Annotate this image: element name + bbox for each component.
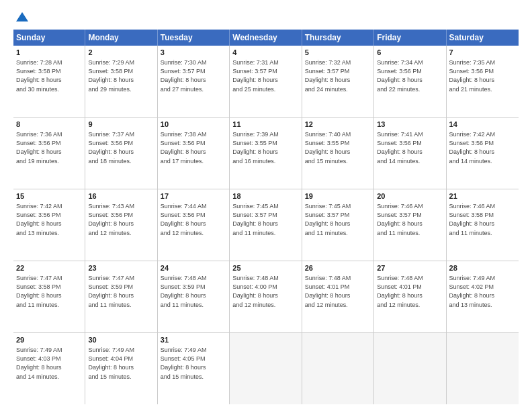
day-number: 23 [88, 263, 154, 273]
calendar-header-saturday: Saturday [447, 30, 519, 46]
day-number: 19 [305, 191, 371, 201]
day-info: Sunrise: 7:29 AM Sunset: 3:58 PM Dayligh… [88, 58, 154, 93]
day-info: Sunrise: 7:47 AM Sunset: 3:58 PM Dayligh… [16, 274, 82, 309]
day-number: 17 [161, 191, 226, 201]
day-number: 25 [232, 263, 298, 273]
calendar-day-22: 22Sunrise: 7:47 AM Sunset: 3:58 PM Dayli… [13, 261, 85, 332]
day-number: 11 [232, 120, 298, 130]
calendar-day-13: 13Sunrise: 7:41 AM Sunset: 3:56 PM Dayli… [374, 118, 446, 189]
calendar-day-10: 10Sunrise: 7:38 AM Sunset: 3:56 PM Dayli… [158, 118, 230, 189]
day-info: Sunrise: 7:31 AM Sunset: 3:57 PM Dayligh… [232, 58, 298, 93]
calendar-header-sunday: Sunday [13, 30, 85, 46]
day-info: Sunrise: 7:49 AM Sunset: 4:02 PM Dayligh… [449, 274, 516, 309]
day-number: 6 [377, 48, 443, 58]
day-number: 26 [305, 263, 371, 273]
day-info: Sunrise: 7:41 AM Sunset: 3:56 PM Dayligh… [377, 130, 443, 165]
day-info: Sunrise: 7:37 AM Sunset: 3:56 PM Dayligh… [88, 130, 154, 165]
day-number: 15 [16, 191, 82, 201]
day-number: 20 [377, 191, 443, 201]
day-info: Sunrise: 7:36 AM Sunset: 3:56 PM Dayligh… [16, 130, 82, 165]
calendar-week-2: 8Sunrise: 7:36 AM Sunset: 3:56 PM Daylig… [13, 118, 519, 189]
calendar-day-12: 12Sunrise: 7:40 AM Sunset: 3:55 PM Dayli… [302, 118, 374, 189]
day-info: Sunrise: 7:48 AM Sunset: 3:59 PM Dayligh… [161, 274, 226, 309]
day-info: Sunrise: 7:44 AM Sunset: 3:56 PM Dayligh… [161, 202, 226, 237]
day-info: Sunrise: 7:42 AM Sunset: 3:56 PM Dayligh… [16, 202, 82, 237]
day-number: 5 [305, 48, 371, 58]
day-number: 13 [377, 120, 443, 130]
day-number: 2 [88, 48, 154, 58]
day-number: 31 [161, 335, 226, 345]
calendar-day-6: 6Sunrise: 7:34 AM Sunset: 3:56 PM Daylig… [374, 46, 446, 117]
calendar-day-17: 17Sunrise: 7:44 AM Sunset: 3:56 PM Dayli… [158, 189, 230, 261]
calendar-day-4: 4Sunrise: 7:31 AM Sunset: 3:57 PM Daylig… [230, 46, 302, 117]
calendar-week-5: 29Sunrise: 7:49 AM Sunset: 4:03 PM Dayli… [13, 333, 519, 404]
logo-icon [15, 9, 30, 24]
day-info: Sunrise: 7:49 AM Sunset: 4:03 PM Dayligh… [16, 346, 82, 381]
calendar-header-thursday: Thursday [302, 30, 374, 46]
calendar-day-30: 30Sunrise: 7:49 AM Sunset: 4:04 PM Dayli… [85, 333, 157, 404]
calendar-header-monday: Monday [85, 30, 157, 46]
calendar-day-27: 27Sunrise: 7:48 AM Sunset: 4:01 PM Dayli… [374, 261, 446, 332]
calendar-body: 1Sunrise: 7:28 AM Sunset: 3:58 PM Daylig… [13, 46, 519, 404]
calendar-day-23: 23Sunrise: 7:47 AM Sunset: 3:59 PM Dayli… [85, 261, 157, 332]
day-info: Sunrise: 7:45 AM Sunset: 3:57 PM Dayligh… [232, 202, 298, 237]
day-number: 12 [305, 120, 371, 130]
day-number: 24 [161, 263, 226, 273]
calendar-day-20: 20Sunrise: 7:46 AM Sunset: 3:57 PM Dayli… [374, 189, 446, 261]
calendar-day-25: 25Sunrise: 7:48 AM Sunset: 4:00 PM Dayli… [230, 261, 302, 332]
calendar-header-tuesday: Tuesday [158, 30, 230, 46]
day-number: 22 [16, 263, 82, 273]
day-number: 10 [161, 120, 226, 130]
calendar-day-29: 29Sunrise: 7:49 AM Sunset: 4:03 PM Dayli… [13, 333, 85, 404]
calendar-day-26: 26Sunrise: 7:48 AM Sunset: 4:01 PM Dayli… [302, 261, 374, 332]
day-info: Sunrise: 7:43 AM Sunset: 3:56 PM Dayligh… [88, 202, 154, 237]
calendar-day-11: 11Sunrise: 7:39 AM Sunset: 3:55 PM Dayli… [230, 118, 302, 189]
day-info: Sunrise: 7:38 AM Sunset: 3:56 PM Dayligh… [161, 130, 226, 165]
day-number: 4 [232, 48, 298, 58]
day-info: Sunrise: 7:49 AM Sunset: 4:05 PM Dayligh… [161, 346, 226, 381]
calendar-day-3: 3Sunrise: 7:30 AM Sunset: 3:57 PM Daylig… [158, 46, 230, 117]
calendar-day-16: 16Sunrise: 7:43 AM Sunset: 3:56 PM Dayli… [85, 189, 157, 261]
day-number: 28 [449, 263, 516, 273]
day-number: 7 [449, 48, 516, 58]
day-info: Sunrise: 7:34 AM Sunset: 3:56 PM Dayligh… [377, 58, 443, 93]
day-info: Sunrise: 7:35 AM Sunset: 3:56 PM Dayligh… [449, 58, 516, 93]
calendar-week-1: 1Sunrise: 7:28 AM Sunset: 3:58 PM Daylig… [13, 46, 519, 118]
calendar-week-3: 15Sunrise: 7:42 AM Sunset: 3:56 PM Dayli… [13, 189, 519, 261]
day-number: 16 [88, 191, 154, 201]
day-info: Sunrise: 7:49 AM Sunset: 4:04 PM Dayligh… [88, 346, 154, 381]
calendar-day-18: 18Sunrise: 7:45 AM Sunset: 3:57 PM Dayli… [230, 189, 302, 261]
logo [13, 12, 30, 24]
day-info: Sunrise: 7:32 AM Sunset: 3:57 PM Dayligh… [305, 58, 371, 93]
day-info: Sunrise: 7:40 AM Sunset: 3:55 PM Dayligh… [305, 130, 371, 165]
day-info: Sunrise: 7:46 AM Sunset: 3:58 PM Dayligh… [449, 202, 516, 237]
calendar-day-15: 15Sunrise: 7:42 AM Sunset: 3:56 PM Dayli… [13, 189, 85, 261]
calendar-day-21: 21Sunrise: 7:46 AM Sunset: 3:58 PM Dayli… [447, 189, 519, 261]
day-number: 14 [449, 120, 516, 130]
calendar-day-19: 19Sunrise: 7:45 AM Sunset: 3:57 PM Dayli… [302, 189, 374, 261]
calendar-day-empty [447, 333, 519, 404]
day-number: 30 [88, 335, 154, 345]
calendar-header: SundayMondayTuesdayWednesdayThursdayFrid… [13, 30, 519, 46]
calendar-day-7: 7Sunrise: 7:35 AM Sunset: 3:56 PM Daylig… [447, 46, 519, 117]
day-number: 8 [16, 120, 82, 130]
day-number: 29 [16, 335, 82, 345]
calendar-day-28: 28Sunrise: 7:49 AM Sunset: 4:02 PM Dayli… [447, 261, 519, 332]
day-info: Sunrise: 7:30 AM Sunset: 3:57 PM Dayligh… [161, 58, 226, 93]
day-info: Sunrise: 7:39 AM Sunset: 3:55 PM Dayligh… [232, 130, 298, 165]
calendar-header-wednesday: Wednesday [230, 30, 302, 46]
page: SundayMondayTuesdayWednesdayThursdayFrid… [0, 0, 532, 411]
svg-marker-0 [16, 12, 28, 21]
day-info: Sunrise: 7:47 AM Sunset: 3:59 PM Dayligh… [88, 274, 154, 309]
calendar-day-8: 8Sunrise: 7:36 AM Sunset: 3:56 PM Daylig… [13, 118, 85, 189]
day-number: 3 [161, 48, 226, 58]
day-number: 18 [232, 191, 298, 201]
day-info: Sunrise: 7:45 AM Sunset: 3:57 PM Dayligh… [305, 202, 371, 237]
day-number: 21 [449, 191, 516, 201]
day-info: Sunrise: 7:46 AM Sunset: 3:57 PM Dayligh… [377, 202, 443, 237]
calendar-day-14: 14Sunrise: 7:42 AM Sunset: 3:56 PM Dayli… [447, 118, 519, 189]
calendar-day-24: 24Sunrise: 7:48 AM Sunset: 3:59 PM Dayli… [158, 261, 230, 332]
calendar-day-empty [374, 333, 446, 404]
calendar-day-2: 2Sunrise: 7:29 AM Sunset: 3:58 PM Daylig… [85, 46, 157, 117]
day-info: Sunrise: 7:42 AM Sunset: 3:56 PM Dayligh… [449, 130, 516, 165]
